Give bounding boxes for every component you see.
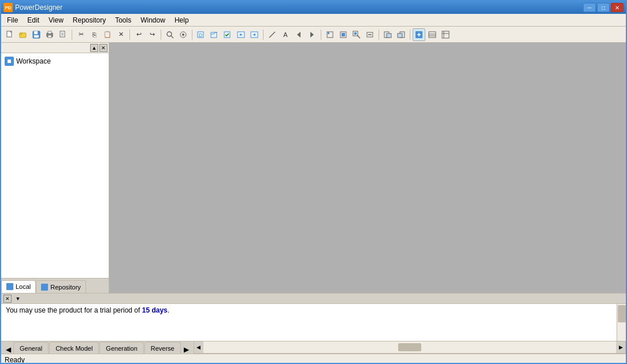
svg-marker-27 (297, 32, 300, 38)
forward-button[interactable] (306, 28, 318, 41)
svg-rect-6 (34, 35, 39, 38)
preview-button[interactable] (57, 28, 69, 41)
svg-marker-1 (10, 31, 12, 32)
svg-rect-45 (429, 32, 436, 38)
repository-tab[interactable]: Repository (36, 280, 86, 293)
hscroll-left-arrow[interactable]: ◀ (194, 341, 203, 353)
panel-scroll-up[interactable]: ▲ (90, 44, 98, 52)
svg-rect-48 (442, 31, 449, 38)
left-panel-header: ▲ ✕ (1, 43, 109, 53)
status-text: Ready (5, 356, 25, 364)
window-title: PowerDesigner (15, 3, 583, 12)
zoom-fit1[interactable] (324, 28, 336, 41)
bottom-close-button[interactable]: ✕ (3, 295, 12, 303)
zoom-fit3[interactable] (350, 28, 363, 41)
canvas-area (109, 43, 626, 293)
main-area: ▲ ✕ Workspace Local (1, 43, 626, 354)
bottom-hscrollbar[interactable]: ◀ ▶ (194, 341, 626, 354)
workspace-icon (5, 57, 14, 66)
diagram-view[interactable] (413, 28, 425, 41)
workspace-label: Workspace (16, 57, 51, 65)
app-icon: PD (3, 3, 13, 12)
menu-view[interactable]: View (44, 15, 68, 25)
toolbar-sep-8 (410, 29, 410, 40)
repository-tab-label: Repository (50, 284, 81, 291)
toolbar: ✂ ⎘ 📋 ✕ ↩ ↪ D A (1, 27, 626, 43)
menu-window[interactable]: Window (136, 15, 170, 25)
reverse-tab[interactable]: Reverse (144, 342, 181, 354)
generation-tab[interactable]: Generation (99, 342, 143, 354)
svg-line-15 (171, 36, 173, 38)
svg-rect-8 (48, 31, 51, 34)
svg-rect-32 (342, 33, 345, 36)
panel-close-button[interactable]: ✕ (99, 44, 107, 52)
redo-button[interactable]: ↪ (146, 28, 158, 41)
menu-help[interactable]: Help (170, 15, 194, 25)
generation-tab-label: Generation (106, 345, 137, 352)
general-tab[interactable]: General (13, 342, 49, 354)
left-panel: ▲ ✕ Workspace Local (1, 43, 109, 293)
text-tool[interactable]: A (279, 28, 292, 41)
line-tool[interactable] (266, 28, 279, 41)
menu-file[interactable]: File (2, 15, 23, 25)
zoom-fit4[interactable] (363, 28, 376, 41)
toolbar-sep-1 (72, 29, 72, 40)
menu-bar: File Edit View Repository Tools Window H… (1, 14, 626, 27)
svg-rect-9 (48, 35, 51, 38)
panel-tabs: Local Repository (1, 278, 109, 293)
zoom-fit2[interactable] (337, 28, 350, 41)
svg-line-35 (357, 35, 360, 38)
local-tab-icon (6, 283, 13, 290)
svg-point-14 (167, 32, 172, 36)
tree-area: Workspace (1, 53, 109, 278)
close-button[interactable]: ✕ (611, 3, 624, 12)
generate-button[interactable] (235, 28, 247, 41)
svg-rect-3 (20, 33, 22, 35)
open-button[interactable] (17, 28, 29, 41)
scrollbar-thumb (618, 305, 626, 322)
back-button[interactable] (292, 28, 305, 41)
new-button[interactable] (3, 28, 16, 41)
find-button[interactable] (164, 28, 176, 41)
reverse-button[interactable] (248, 28, 261, 41)
new-model-button[interactable]: D (195, 28, 207, 41)
workspace-item[interactable]: Workspace (3, 55, 106, 67)
check-model-tab-label: Check Model (55, 345, 92, 352)
menu-repository[interactable]: Repository (68, 15, 110, 25)
print-button[interactable] (43, 28, 56, 41)
open-model-button[interactable] (208, 28, 221, 41)
general-tab-label: General (20, 345, 42, 352)
impact-button[interactable] (177, 28, 190, 41)
restore-button[interactable]: □ (597, 3, 610, 12)
status-bar: Ready (1, 354, 626, 364)
toolbar-sep-4 (192, 29, 192, 40)
minimize-button[interactable]: ─ (583, 3, 596, 12)
zoom-prev[interactable] (381, 28, 394, 41)
hscroll-right-arrow[interactable]: ▶ (616, 341, 625, 353)
tabs-scroll-right[interactable]: ▶ (181, 346, 191, 354)
menu-tools[interactable]: Tools (110, 15, 136, 25)
svg-rect-41 (398, 34, 402, 38)
save-button[interactable] (30, 28, 43, 41)
property-view[interactable] (439, 28, 452, 41)
cut-button[interactable]: ✂ (75, 28, 87, 41)
check-model-tab[interactable]: Check Model (49, 342, 99, 354)
undo-button[interactable]: ↩ (132, 28, 145, 41)
title-bar: PD PowerDesigner ─ □ ✕ (1, 1, 626, 14)
svg-rect-34 (354, 32, 357, 35)
zoom-next[interactable] (395, 28, 407, 41)
content-area: ▲ ✕ Workspace Local (1, 43, 626, 293)
paste-button[interactable]: 📋 (101, 28, 114, 41)
list-view[interactable] (426, 28, 439, 41)
toolbar-sep-2 (129, 29, 130, 40)
menu-edit[interactable]: Edit (23, 15, 44, 25)
check-model-button[interactable] (221, 28, 234, 41)
copy-button[interactable]: ⎘ (88, 28, 101, 41)
trial-message-suffix: . (168, 306, 169, 314)
delete-button[interactable]: ✕ (114, 28, 127, 41)
bottom-section: ✕ ▼ You may use the product for a trial … (1, 293, 626, 354)
trial-days: 15 days (142, 306, 168, 314)
local-tab[interactable]: Local (1, 280, 36, 293)
tabs-scroll-left[interactable]: ◀ (3, 346, 13, 354)
bottom-scrollbar[interactable] (617, 304, 626, 341)
